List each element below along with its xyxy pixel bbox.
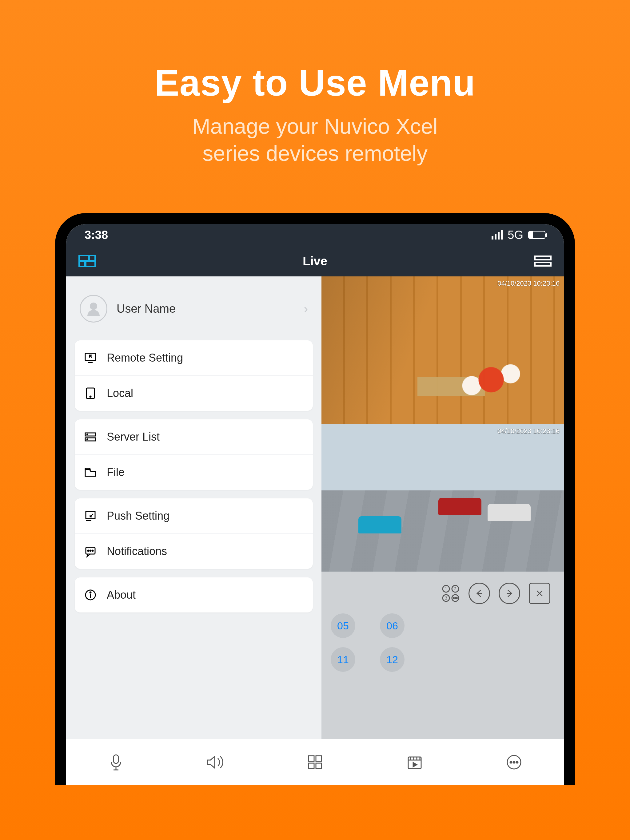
- avatar-icon: [80, 295, 108, 322]
- push-setting-icon: [83, 509, 98, 523]
- menu-group-2: Server List File: [75, 419, 313, 490]
- server-list-icon: [83, 430, 98, 444]
- menu-push-setting[interactable]: Push Setting: [75, 498, 313, 534]
- tablet-frame: 3:38 5G Live: [55, 213, 575, 785]
- svg-rect-37: [309, 756, 314, 761]
- more-icon[interactable]: [504, 752, 524, 772]
- menu-about[interactable]: About: [75, 578, 313, 613]
- channel-11[interactable]: 11: [331, 647, 355, 672]
- status-time: 3:38: [85, 229, 108, 242]
- promo-subtitle: Manage your Nuvico Xcel series devices r…: [192, 113, 438, 167]
- svg-rect-4: [535, 256, 551, 260]
- svg-point-34: [455, 598, 456, 598]
- svg-rect-41: [408, 757, 421, 769]
- network-label: 5G: [508, 229, 523, 242]
- status-bar: 3:38 5G: [66, 224, 564, 246]
- menu-group-4: About: [75, 578, 313, 613]
- svg-point-33: [453, 598, 454, 598]
- svg-point-16: [87, 439, 88, 440]
- camera-feed-2[interactable]: 04/10/2023 10:23:16: [321, 424, 564, 572]
- channel-12[interactable]: 12: [380, 647, 405, 672]
- user-row[interactable]: User Name ›: [75, 289, 313, 332]
- live-pane: 04/10/2023 10:23:16 04/10/2023 10:23:16 …: [321, 276, 564, 739]
- svg-point-15: [87, 434, 88, 435]
- camera-feed-1[interactable]: 04/10/2023 10:23:16: [321, 276, 564, 424]
- svg-rect-38: [316, 756, 321, 761]
- ptz-presets-icon[interactable]: 1 2 3: [442, 583, 460, 604]
- channel-05[interactable]: 05: [331, 613, 355, 638]
- speaker-icon[interactable]: [205, 752, 225, 772]
- mic-icon[interactable]: [106, 752, 126, 772]
- remote-setting-icon: [83, 351, 98, 365]
- record-icon[interactable]: [405, 752, 425, 772]
- app-header: Live: [66, 246, 564, 276]
- menu-group-1: Remote Setting Local: [75, 340, 313, 411]
- svg-rect-2: [79, 262, 85, 267]
- menu-group-3: Push Setting Notifications: [75, 498, 313, 569]
- menu-label: Server List: [107, 431, 160, 444]
- menu-remote-setting[interactable]: Remote Setting: [75, 340, 313, 376]
- promo-title: Easy to Use Menu: [155, 62, 476, 104]
- layout-icon[interactable]: [78, 255, 96, 267]
- grid-icon[interactable]: [305, 752, 325, 772]
- page-title: Live: [303, 254, 327, 268]
- feed-timestamp: 04/10/2023 10:23:16: [497, 279, 560, 287]
- menu-label: Notifications: [107, 545, 167, 558]
- svg-point-8: [90, 303, 97, 310]
- menu-label: About: [107, 589, 136, 602]
- next-button[interactable]: [499, 583, 520, 604]
- menu-local[interactable]: Local: [75, 376, 313, 411]
- svg-rect-0: [79, 256, 88, 261]
- svg-point-25: [90, 592, 91, 593]
- menu-file[interactable]: File: [75, 455, 313, 490]
- close-button[interactable]: [529, 583, 550, 604]
- prev-button[interactable]: [469, 583, 490, 604]
- screen: 3:38 5G Live: [66, 224, 564, 785]
- user-name: User Name: [117, 302, 295, 316]
- menu-label: Local: [107, 387, 133, 400]
- local-icon: [83, 386, 98, 400]
- svg-point-21: [90, 550, 91, 551]
- about-icon: [83, 588, 98, 602]
- svg-text:2: 2: [454, 586, 456, 591]
- file-icon: [83, 465, 98, 479]
- menu-label: Push Setting: [107, 510, 169, 523]
- menu-server-list[interactable]: Server List: [75, 419, 313, 455]
- svg-rect-36: [114, 755, 119, 763]
- svg-text:3: 3: [445, 595, 447, 600]
- svg-rect-39: [309, 763, 314, 769]
- svg-point-35: [456, 598, 457, 598]
- svg-rect-1: [90, 256, 95, 261]
- sidebar: User Name › Remote Setting: [66, 276, 321, 739]
- svg-point-12: [90, 396, 91, 397]
- channel-grid: 05 06 11 12: [321, 607, 564, 678]
- battery-icon: [528, 231, 545, 239]
- svg-point-22: [92, 550, 93, 551]
- svg-point-49: [513, 761, 515, 763]
- svg-point-20: [88, 550, 89, 551]
- menu-notifications[interactable]: Notifications: [75, 534, 313, 569]
- svg-rect-40: [316, 763, 321, 769]
- svg-rect-3: [86, 262, 95, 267]
- list-icon[interactable]: [534, 255, 552, 267]
- signal-icon: [492, 230, 503, 240]
- svg-point-48: [510, 761, 512, 763]
- svg-rect-9: [85, 353, 96, 361]
- svg-rect-5: [535, 262, 551, 266]
- feed-timestamp: 04/10/2023 10:23:16: [497, 427, 560, 435]
- menu-label: File: [107, 466, 125, 479]
- feed-controls: 1 2 3: [321, 572, 564, 607]
- channel-06[interactable]: 06: [380, 613, 405, 638]
- chevron-right-icon: ›: [304, 302, 308, 316]
- notifications-icon: [83, 544, 98, 558]
- tab-bar: [66, 739, 564, 785]
- svg-point-50: [516, 761, 518, 763]
- menu-label: Remote Setting: [107, 351, 183, 364]
- svg-text:1: 1: [445, 586, 447, 591]
